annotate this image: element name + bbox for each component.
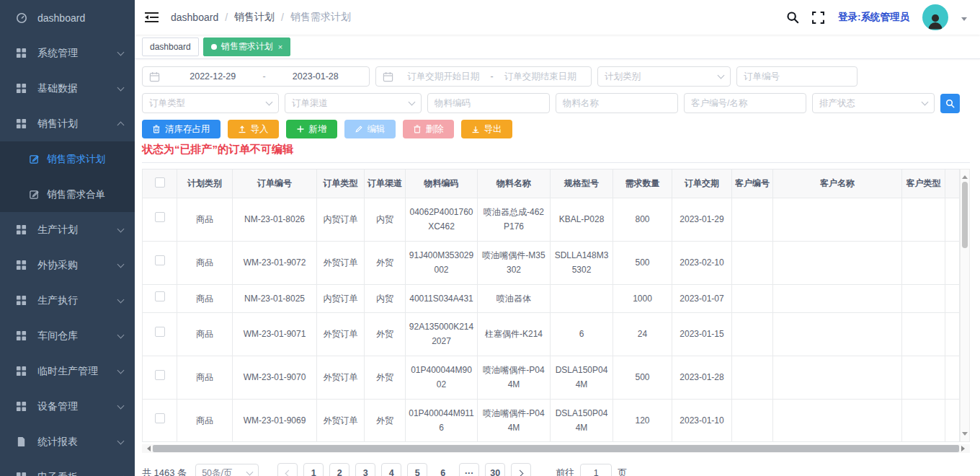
- scroll-right-arrow[interactable]: [961, 446, 968, 451]
- page-size-select[interactable]: 50条/页: [195, 464, 259, 476]
- clear-stock-button[interactable]: 清库存占用: [142, 120, 220, 138]
- horizontal-scroll-thumb[interactable]: [153, 445, 959, 452]
- delivery-end-placeholder[interactable]: 订单交期结束日期: [496, 71, 584, 83]
- sidebar-item-e-board[interactable]: 电子看板: [0, 459, 135, 476]
- cell-spacer: [945, 399, 960, 442]
- cell-order-type: 内贸订单: [317, 284, 365, 312]
- cell-demand-qty: 1000: [613, 284, 672, 312]
- delivery-start-placeholder[interactable]: 订单交期开始日期: [399, 71, 487, 83]
- sidebar-item-production-plan[interactable]: 生产计划: [0, 212, 135, 247]
- row-checkbox[interactable]: [155, 370, 165, 380]
- grid-icon: [16, 295, 27, 307]
- tab-close-icon[interactable]: ×: [278, 43, 282, 51]
- orders-table: 计划类别 订单编号 订单类型 订单渠道 物料编码 物料名称 规格型号 需求数量 …: [142, 169, 960, 442]
- material-code-input[interactable]: [427, 93, 550, 113]
- sidebar-item-statistics-report[interactable]: 统计报表: [0, 424, 135, 459]
- cell-delivery-date: 2023-01-10: [672, 399, 732, 442]
- cell-customer-type: [902, 284, 945, 312]
- row-checkbox[interactable]: [155, 255, 165, 265]
- export-button[interactable]: 导出: [461, 120, 512, 138]
- order-type-select[interactable]: 订单类型: [142, 93, 279, 113]
- grid-icon: [16, 330, 27, 342]
- cell-customer-type: [902, 312, 945, 356]
- date-end-value[interactable]: 2023-01-28: [269, 71, 362, 81]
- table-row[interactable]: 商品 WM-23-01-9069 外贸订单 外贸 01P400044M9116 …: [143, 399, 960, 442]
- cell-order-channel: 内贸: [365, 284, 406, 312]
- select-all-checkbox[interactable]: [155, 177, 165, 188]
- sidebar-item-temp-production[interactable]: 临时生产管理: [0, 353, 135, 389]
- table-row[interactable]: 商品 WM-23-01-9072 外贸订单 外贸 91J400M35302900…: [143, 241, 960, 284]
- edit-button[interactable]: 编辑: [344, 120, 396, 138]
- row-checkbox[interactable]: [155, 212, 165, 222]
- table-row[interactable]: 商品 WM-23-01-9070 外贸订单 外贸 01P400044M9002 …: [143, 356, 960, 399]
- chevron-down-icon: [117, 437, 125, 444]
- sidebar-item-dashboard[interactable]: dashboard: [0, 0, 135, 35]
- vertical-scroll-thumb[interactable]: [962, 182, 968, 248]
- sidebar-item-production-exec[interactable]: 生产执行: [0, 283, 135, 318]
- horizontal-scrollbar[interactable]: [142, 444, 970, 453]
- grid-icon: [16, 366, 27, 377]
- cell-material-code: 91J400M353029002: [406, 241, 478, 284]
- page-number-button[interactable]: 30: [485, 463, 505, 476]
- page-number-button[interactable]: 4: [381, 463, 401, 476]
- sidebar-item-outsourcing[interactable]: 外协采购: [0, 247, 135, 283]
- page-number-button[interactable]: 6: [433, 463, 453, 476]
- sidebar-item-system-mgmt[interactable]: 系统管理: [0, 35, 135, 71]
- table-row[interactable]: 商品 NM-23-01-8026 内贸订单 内贸 04062P4001760XC…: [143, 198, 960, 242]
- scroll-left-arrow[interactable]: [144, 446, 151, 451]
- goto-page-input[interactable]: [580, 464, 612, 476]
- page-number-button[interactable]: ···: [459, 463, 479, 476]
- page-number-button[interactable]: 5: [407, 463, 427, 476]
- prev-page-button[interactable]: [277, 463, 298, 476]
- divider: [142, 162, 970, 163]
- table-row[interactable]: 商品 NM-23-01-8025 内贸订单 内贸 40011S034A431 喷…: [143, 284, 960, 312]
- scroll-up-arrow[interactable]: [962, 172, 968, 179]
- avatar[interactable]: [922, 4, 948, 30]
- table-zone: 计划类别 订单编号 订单类型 订单渠道 物料编码 物料名称 规格型号 需求数量 …: [142, 169, 970, 442]
- material-name-input[interactable]: [556, 93, 678, 113]
- breadcrumb-item[interactable]: dashboard: [171, 12, 218, 23]
- customer-input[interactable]: [684, 93, 806, 113]
- vertical-scrollbar[interactable]: [960, 169, 970, 442]
- delivery-date-range-picker[interactable]: 订单交期开始日期 - 订单交期结束日期: [375, 66, 592, 87]
- import-button[interactable]: 导入: [228, 120, 279, 138]
- tabs-bar: dashboard 销售需求计划 ×: [135, 35, 980, 59]
- scroll-down-arrow[interactable]: [962, 432, 968, 438]
- goto-label: 前往: [556, 467, 574, 476]
- cell-order-no: WM-23-01-9071: [233, 312, 317, 356]
- tab-sales-demand-plan[interactable]: 销售需求计划 ×: [203, 38, 290, 56]
- row-checkbox[interactable]: [155, 413, 165, 423]
- sidebar-item-sales-plan[interactable]: 销售计划: [0, 106, 135, 141]
- sidebar-item-sales-demand-merge[interactable]: 销售需求合单: [0, 177, 135, 212]
- page-number-button[interactable]: 2: [329, 463, 349, 476]
- breadcrumb-item[interactable]: 销售计划: [234, 11, 275, 24]
- login-user-label: 登录:系统管理员: [838, 11, 909, 24]
- row-checkbox[interactable]: [155, 291, 165, 301]
- page-number-button[interactable]: 1: [303, 463, 324, 476]
- next-page-button[interactable]: [511, 463, 531, 476]
- created-date-range-picker[interactable]: 2022-12-29 - 2023-01-28: [142, 66, 370, 87]
- date-start-value[interactable]: 2022-12-29: [166, 71, 259, 81]
- plan-category-select[interactable]: 计划类别: [597, 66, 731, 87]
- table-row[interactable]: 商品 WM-23-01-9071 外贸订单 外贸 92A135000K21420…: [143, 312, 960, 356]
- chevron-down-icon: [246, 469, 254, 476]
- sidebar-item-workshop-warehouse[interactable]: 车间仓库: [0, 318, 135, 353]
- row-checkbox[interactable]: [155, 327, 165, 337]
- order-no-input[interactable]: [736, 66, 858, 87]
- caret-down-icon[interactable]: [961, 17, 967, 24]
- order-channel-select[interactable]: 订单渠道: [285, 93, 422, 113]
- tab-dashboard[interactable]: dashboard: [142, 38, 199, 56]
- sidebar-item-sales-demand-plan[interactable]: 销售需求计划: [0, 141, 135, 177]
- delete-button[interactable]: 删除: [403, 120, 454, 138]
- schedule-status-select[interactable]: 排产状态: [812, 93, 935, 113]
- sidebar-item-base-data[interactable]: 基础数据: [0, 71, 135, 106]
- page-number-button[interactable]: 3: [355, 463, 375, 476]
- fullscreen-icon[interactable]: [812, 11, 825, 24]
- sidebar-fold-icon[interactable]: [145, 12, 159, 23]
- search-icon[interactable]: [786, 11, 799, 24]
- add-button[interactable]: 新增: [286, 120, 337, 138]
- cell-customer-name: [773, 356, 902, 399]
- sidebar-item-equipment-mgmt[interactable]: 设备管理: [0, 389, 135, 424]
- cell-plan-category: 商品: [177, 399, 233, 442]
- search-button[interactable]: [940, 94, 960, 113]
